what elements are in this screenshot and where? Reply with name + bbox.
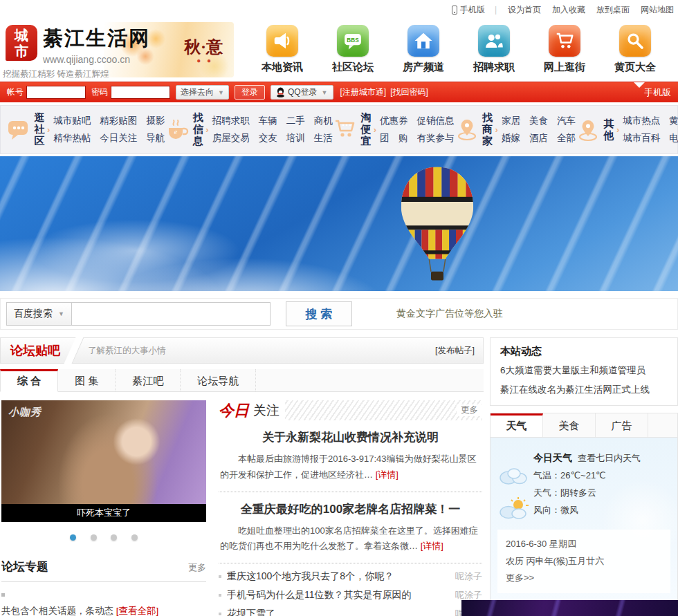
- tab-gallery[interactable]: 图 集: [58, 369, 116, 391]
- forgot-password-link[interactable]: [找回密码]: [390, 86, 428, 98]
- logo-badge-text: 城市: [14, 28, 29, 59]
- post-thread-link[interactable]: [发布帖子]: [435, 345, 483, 357]
- search-input[interactable]: [71, 302, 271, 326]
- nav-link[interactable]: 婚嫁: [502, 132, 520, 144]
- nav-link[interactable]: 黄页: [669, 115, 678, 127]
- set-homepage-link[interactable]: 设为首页: [508, 4, 541, 16]
- carousel-dot[interactable]: [111, 534, 117, 541]
- bullet-square: [219, 575, 221, 578]
- site-news-item[interactable]: 6大频道需要大量版主和频道管理员: [500, 361, 668, 380]
- tab-forum-nav[interactable]: 论坛导航: [181, 369, 256, 391]
- nav-link[interactable]: 招聘求职: [212, 115, 250, 127]
- nav-link[interactable]: 商机: [314, 115, 333, 127]
- nav-link[interactable]: 城市百科: [623, 132, 660, 144]
- divider: [1, 581, 206, 582]
- nav-link[interactable]: 培训: [286, 132, 305, 144]
- nav-link[interactable]: 城市贴吧: [53, 115, 91, 127]
- thread-title[interactable]: 重庆这100个地方我只去了8个，你呢？: [227, 570, 448, 583]
- topic-more-link[interactable]: 更多: [188, 561, 206, 574]
- forum-header: 论坛贴吧 了解綦江的大事小情 [发布帖子]: [0, 337, 484, 364]
- today-focus-header: 今日关注 更多: [219, 400, 482, 420]
- nav-link[interactable]: 汽车: [557, 115, 576, 127]
- tab-food[interactable]: 美食: [543, 413, 596, 437]
- nav-link[interactable]: 摄影: [146, 115, 165, 127]
- nav-link[interactable]: 促销信息: [417, 115, 455, 127]
- nav-link[interactable]: 生活: [314, 132, 333, 144]
- carousel-slide-photo[interactable]: 小咖秀 吓死本宝宝了: [1, 400, 206, 522]
- password-input[interactable]: [111, 86, 170, 99]
- nav-link[interactable]: 酒店: [529, 132, 548, 144]
- condition-line: 天气：阴转多云: [533, 487, 670, 499]
- nav-link[interactable]: 美食: [529, 115, 548, 127]
- nav-link[interactable]: 城市热点: [623, 115, 660, 127]
- thread-author[interactable]: 呢涂子: [455, 589, 482, 601]
- nav-link[interactable]: 今日关注: [100, 132, 137, 144]
- thread-row: 手机号码为什么是11位数？其实是有原因的呢涂子: [219, 586, 482, 604]
- nav-link[interactable]: 电话: [669, 132, 678, 144]
- destination-select[interactable]: 选择去向▼: [176, 85, 229, 100]
- channel-forum[interactable]: BBS 社区论坛: [320, 25, 386, 82]
- tab-comprehensive[interactable]: 综 合: [0, 369, 58, 392]
- city-logo-seal[interactable]: 城市: [6, 25, 37, 61]
- site-header: 秋·意 ● ● 城市 綦江生活网 www.qijiang.ccoo.cn 挖掘綦…: [0, 19, 678, 82]
- search-button[interactable]: 搜 索: [286, 301, 352, 326]
- thread-author[interactable]: 呢涂子: [455, 570, 482, 583]
- carousel-dot[interactable]: [70, 534, 76, 541]
- sitemap-link[interactable]: 网站地图: [641, 4, 674, 16]
- site-name[interactable]: 綦江生活网: [43, 25, 150, 53]
- nav-link[interactable]: 导航: [146, 132, 165, 144]
- detail-link[interactable]: [详情]: [421, 541, 443, 551]
- channel-yellowpages[interactable]: 黄页大全: [602, 25, 668, 82]
- hero-banner[interactable]: [0, 156, 678, 291]
- carousel-dot[interactable]: [131, 534, 138, 541]
- nav-link[interactable]: 优惠券: [380, 115, 408, 127]
- nav-link[interactable]: 精华热帖: [53, 132, 91, 144]
- thread-title[interactable]: 花坝下雪了: [227, 608, 448, 616]
- nav-link[interactable]: 有奖参与: [417, 132, 455, 144]
- calendar-more-link[interactable]: 更多>>: [506, 570, 662, 587]
- search-engine-select[interactable]: 百度搜索▼: [6, 302, 71, 326]
- view-all-link[interactable]: [查看全部]: [116, 606, 159, 616]
- seven-day-link[interactable]: 查看七日内天气: [578, 453, 641, 463]
- add-favorite-link[interactable]: 加入收藏: [552, 4, 585, 16]
- nav-link[interactable]: 二手: [286, 115, 305, 127]
- carousel-dot[interactable]: [91, 534, 97, 541]
- top-utility-bar: 手机版 | 设为首页 加入收藏 放到桌面 网站地图: [0, 0, 678, 19]
- nav-link[interactable]: 家居: [502, 115, 520, 127]
- channel-shopping[interactable]: 网上逛街: [531, 25, 598, 82]
- channel-local-news[interactable]: 本地资讯: [249, 25, 315, 82]
- megaphone-icon: [266, 25, 298, 57]
- channel-realestate[interactable]: 房产频道: [390, 25, 457, 82]
- article-title[interactable]: 全重庆最好吃的100家老牌名店招牌菜！一: [220, 501, 481, 517]
- tab-qijiang-bar[interactable]: 綦江吧: [116, 369, 181, 391]
- ad-slot-text[interactable]: 黄金文字广告位等您入驻: [396, 308, 503, 320]
- carousel-caption[interactable]: 吓死本宝宝了: [1, 504, 206, 522]
- account-input[interactable]: [26, 86, 86, 99]
- article-title[interactable]: 关于永新梨花山收费情况补充说明: [220, 429, 481, 445]
- activity-ad-image[interactable]: [461, 600, 678, 616]
- nav-link[interactable]: 精彩贴图: [100, 115, 137, 127]
- portal-page: 手机版 | 设为首页 加入收藏 放到桌面 网站地图 秋·意 ● ● 城市 綦江生…: [0, 0, 678, 616]
- register-link[interactable]: [注册城市通]: [340, 86, 387, 98]
- thread-title[interactable]: 手机号码为什么是11位数？其实是有原因的: [227, 589, 448, 601]
- mega-nav-menu: 逛社区 › 城市贴吧 精彩贴图 摄影 精华热帖 今日关注 导航 e 找信息 › …: [0, 105, 678, 154]
- nav-link[interactable]: 房屋交易: [212, 132, 250, 144]
- nav-link[interactable]: 全部: [557, 132, 576, 144]
- add-desktop-link[interactable]: 放到桌面: [596, 4, 630, 16]
- qq-login-button[interactable]: QQ登录▼: [271, 85, 333, 100]
- login-button[interactable]: 登录: [235, 85, 265, 100]
- tab-weather[interactable]: 天气: [491, 413, 543, 437]
- password-label: 密码: [91, 86, 108, 98]
- nav-link[interactable]: 团 购: [380, 132, 408, 144]
- today-more-link[interactable]: 更多: [457, 404, 482, 416]
- site-news-item[interactable]: 綦江在线改名为綦江生活网正式上线: [500, 380, 668, 400]
- channel-jobs[interactable]: 招聘求职: [461, 25, 527, 82]
- nav-link[interactable]: 车辆: [259, 115, 277, 127]
- right-sidebar: 本站动态 6大频道需要大量版主和频道管理员 綦江在线改名为綦江生活网正式上线 天…: [490, 337, 678, 616]
- nav-link[interactable]: 交友: [259, 132, 277, 144]
- tab-ads[interactable]: 广告: [596, 413, 648, 437]
- detail-link[interactable]: [详情]: [376, 469, 398, 480]
- mobile-version-link[interactable]: 手机版: [644, 86, 671, 99]
- mobile-version-link[interactable]: 手机版: [452, 4, 485, 16]
- people-icon: [478, 25, 510, 57]
